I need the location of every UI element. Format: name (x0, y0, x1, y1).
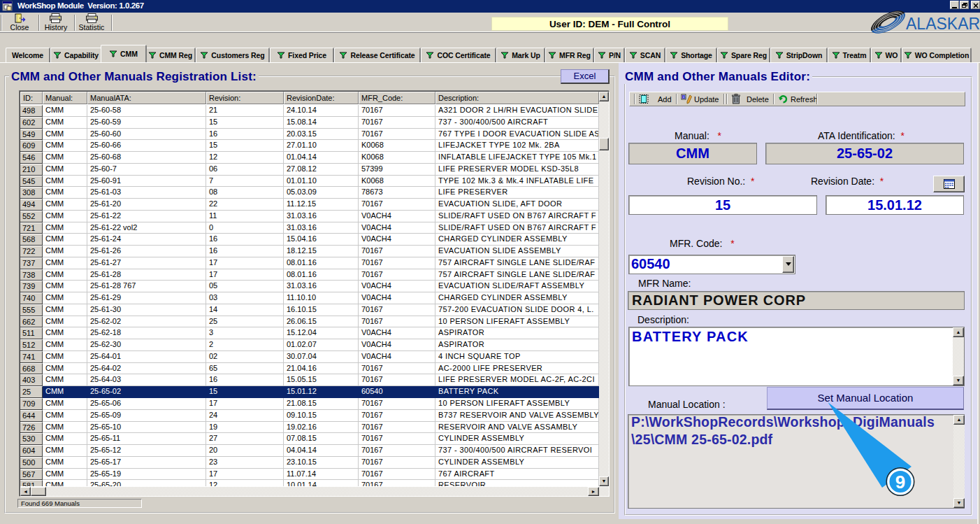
svg-text:ALASKAR: ALASKAR (906, 15, 980, 33)
svg-text:B: B (682, 94, 686, 99)
svg-text:9: 9 (895, 472, 905, 493)
